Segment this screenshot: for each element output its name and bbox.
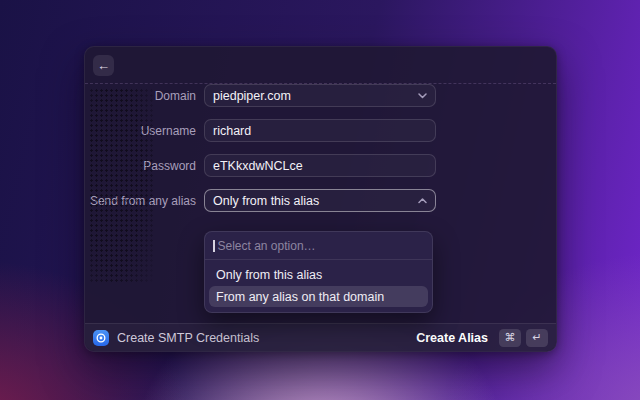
raycast-window: ← Domain piedpiper.com Username richard … [84, 46, 557, 352]
dropdown-search-placeholder: Select an option… [218, 239, 316, 253]
window-header: ← [85, 47, 556, 84]
form-row-send-from-any-alias: Send from any alias Only from this alias [85, 189, 556, 212]
return-key-icon: ↵ [526, 329, 548, 347]
domain-value: piedpiper.com [213, 89, 291, 103]
send-from-any-alias-value: Only from this alias [213, 194, 319, 208]
action-bar: Create SMTP Credentials Create Alias ⌘ ↵ [85, 323, 556, 351]
select-dropdown-popup: Select an option… Only from this alias F… [204, 231, 433, 313]
primary-action-group[interactable]: Create Alias ⌘ ↵ [416, 329, 548, 347]
form-area: Domain piedpiper.com Username richard Pa… [85, 84, 556, 212]
username-input[interactable]: richard [204, 119, 436, 142]
chevron-down-icon [418, 93, 427, 99]
form-row-domain: Domain piedpiper.com [85, 84, 556, 107]
dropdown-option-from-any-alias-on-that-domain[interactable]: From any alias on that domain [209, 286, 428, 307]
username-value: richard [213, 124, 251, 138]
cmd-key-icon: ⌘ [499, 329, 521, 347]
domain-select[interactable]: piedpiper.com [204, 84, 436, 107]
command-title: Create SMTP Credentials [117, 331, 259, 345]
dropdown-options-list: Only from this alias From any alias on t… [205, 260, 432, 312]
back-button[interactable]: ← [93, 55, 114, 76]
dotted-texture [89, 88, 153, 284]
password-value: eTKkxdwNCLce [213, 159, 303, 173]
dropdown-option-only-from-this-alias[interactable]: Only from this alias [209, 264, 428, 285]
username-label: Username [85, 124, 204, 138]
back-arrow-icon: ← [97, 59, 110, 72]
send-from-any-alias-select[interactable]: Only from this alias [204, 189, 436, 212]
form-row-username: Username richard [85, 119, 556, 142]
text-cursor [213, 240, 215, 252]
addy-app-icon [93, 330, 109, 346]
password-input[interactable]: eTKkxdwNCLce [204, 154, 436, 177]
form-row-password: Password eTKkxdwNCLce [85, 154, 556, 177]
chevron-up-icon [418, 198, 427, 204]
password-label: Password [85, 159, 204, 173]
domain-label: Domain [85, 89, 204, 103]
dropdown-search-input[interactable]: Select an option… [205, 232, 432, 259]
create-alias-button[interactable]: Create Alias [416, 331, 488, 345]
send-from-any-alias-label: Send from any alias [85, 194, 204, 208]
